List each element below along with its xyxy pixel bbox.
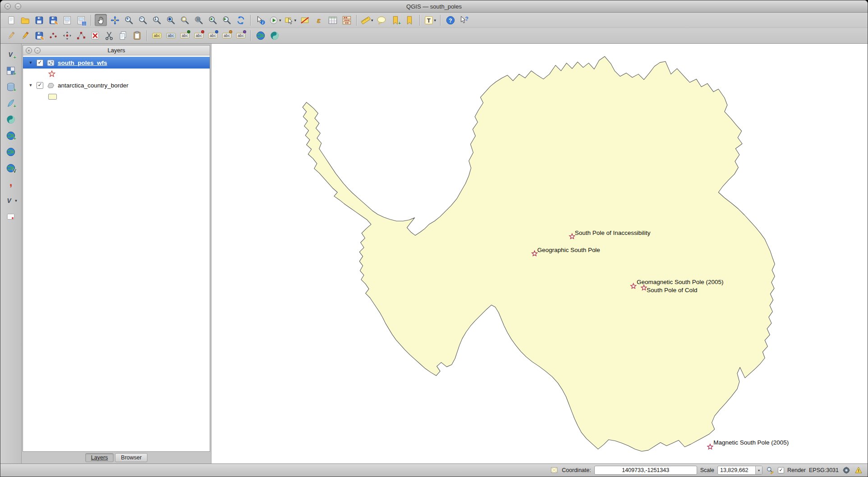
expand-collapse-icon[interactable]: ▼: [28, 60, 34, 65]
move-label-button[interactable]: abc: [207, 30, 219, 42]
layer-label: antarctica_country_border: [58, 82, 129, 89]
whats-this-button[interactable]: ?: [458, 14, 470, 26]
layer-row-antarctica-country-border[interactable]: ▼ ✓ antarctica_country_border: [23, 79, 210, 91]
processing-toolbox-button[interactable]: [268, 30, 280, 42]
paste-features-button[interactable]: [131, 30, 143, 42]
svg-text:V: V: [7, 197, 12, 204]
node-tool-button[interactable]: [75, 30, 87, 42]
add-wms-layer-icon: +: [6, 131, 16, 141]
zoom-full-button[interactable]: ◈: [165, 14, 177, 26]
toolbar-separator: [419, 15, 420, 26]
add-postgis-layer-icon: +: [6, 82, 16, 92]
show-hide-labels-button[interactable]: abc: [193, 30, 205, 42]
save-project-button[interactable]: [33, 14, 45, 26]
coordinate-input[interactable]: [594, 466, 697, 475]
add-wcs-layer-button[interactable]: [4, 145, 18, 159]
add-feature-button[interactable]: [47, 30, 59, 42]
toggle-editing-button[interactable]: [19, 30, 31, 42]
zoom-in-icon: +: [124, 15, 134, 25]
select-features-button[interactable]: ▾: [284, 14, 297, 26]
tab-browser[interactable]: Browser: [115, 453, 147, 462]
add-raster-layer-button[interactable]: +: [4, 64, 18, 78]
layer-labeling-icon: abc: [152, 31, 162, 41]
save-project-as-button[interactable]: ✎: [47, 14, 59, 26]
scale-dropdown-icon[interactable]: ▾: [755, 466, 762, 474]
dropdown-arrow-icon: ▾: [371, 18, 373, 23]
map-tips-button[interactable]: [376, 14, 388, 26]
map-canvas[interactable]: South Pole of InaccessibilityGeographic …: [211, 44, 868, 463]
show-bookmarks-button[interactable]: [404, 14, 416, 26]
manage-layers-toolbar: V+++++V,V▾: [0, 44, 22, 463]
add-delimited-text-layer-button[interactable]: ,: [4, 177, 18, 192]
render-checkbox[interactable]: ✓: [778, 467, 784, 473]
deselect-all-button[interactable]: [299, 14, 311, 26]
log-messages-button[interactable]: !: [854, 466, 863, 475]
scale-combobox[interactable]: 13,829,662 ▾: [717, 466, 762, 475]
move-feature-button[interactable]: [61, 30, 73, 42]
layer-row-south-poles-wfs[interactable]: ▼ ✓ south_poles_wfs: [23, 57, 210, 69]
delete-selected-button[interactable]: [89, 30, 101, 42]
zoom-out-button[interactable]: −: [137, 14, 149, 26]
layer-visibility-checkbox[interactable]: ✓: [37, 82, 43, 89]
panel-close-button[interactable]: ×: [26, 47, 32, 54]
warning-icon: !: [854, 466, 863, 474]
save-layer-edits-button[interactable]: ✎: [33, 30, 45, 42]
layer-visibility-checkbox[interactable]: ✓: [37, 60, 43, 66]
zoom-to-layer-button[interactable]: ▤: [193, 14, 205, 26]
add-wms-layer-button[interactable]: +: [4, 128, 18, 143]
label-settings-button[interactable]: abc: [165, 30, 177, 42]
new-project-icon: [6, 15, 16, 25]
new-shapefile-layer-button[interactable]: V▾: [4, 193, 18, 208]
toggle-editing-icon: [20, 31, 30, 41]
add-mssql-layer-button[interactable]: [4, 112, 18, 127]
zoom-native-button[interactable]: 1: [151, 14, 163, 26]
add-wfs-layer-button[interactable]: V: [4, 161, 18, 175]
svg-text:V: V: [8, 51, 13, 58]
remove-layer-icon: [6, 212, 16, 222]
tab-layers[interactable]: Layers: [85, 453, 114, 462]
open-attribute-table-button[interactable]: [326, 14, 339, 26]
text-annotation-button[interactable]: T▾: [423, 14, 437, 26]
current-edits-icon: [6, 31, 16, 41]
measure-line-button[interactable]: ▾: [360, 14, 374, 26]
new-print-composer-button[interactable]: [61, 14, 73, 26]
copy-features-button[interactable]: [117, 30, 129, 42]
refresh-map-button[interactable]: [234, 14, 247, 26]
expand-collapse-icon[interactable]: ▼: [28, 83, 34, 87]
pan-map-button[interactable]: [95, 14, 107, 26]
field-calculator-button[interactable]: [340, 14, 353, 26]
pan-to-selection-button[interactable]: [109, 14, 121, 26]
change-label-button[interactable]: abc: [234, 30, 247, 42]
toolbar-separator: [440, 15, 441, 26]
help-contents-button[interactable]: ?: [444, 14, 456, 26]
extents-toggle-button[interactable]: [550, 466, 559, 475]
pin-unpin-labels-icon: abc: [180, 31, 190, 41]
new-bookmark-button[interactable]: +: [390, 14, 402, 26]
layer-labeling-button[interactable]: abc: [151, 30, 163, 42]
add-postgis-layer-button[interactable]: +: [4, 80, 18, 94]
panel-float-button[interactable]: ▫: [34, 47, 41, 54]
add-spatialite-layer-button[interactable]: +: [4, 96, 18, 110]
dropdown-arrow-icon: ▾: [294, 18, 297, 23]
open-project-button[interactable]: [19, 14, 31, 26]
scale-edit-button[interactable]: [766, 466, 775, 475]
zoom-last-button[interactable]: ◂: [207, 14, 219, 26]
zoom-in-button[interactable]: +: [123, 14, 135, 26]
new-project-button[interactable]: [5, 14, 17, 26]
map-label: Geomagnetic South Pole (2005): [637, 279, 723, 285]
pin-unpin-labels-button[interactable]: abc: [179, 30, 191, 42]
current-edits-button[interactable]: [5, 30, 17, 42]
cut-features-button[interactable]: [103, 30, 115, 42]
run-feature-action-button[interactable]: ▾: [268, 14, 282, 26]
select-by-expression-button[interactable]: ε: [312, 14, 325, 26]
composer-manager-button[interactable]: ▤: [75, 14, 87, 26]
add-vector-layer-button[interactable]: V+: [4, 47, 18, 62]
remove-layer-button[interactable]: [4, 210, 18, 224]
identify-features-button[interactable]: i: [254, 14, 266, 26]
zoom-next-button[interactable]: ▸: [220, 14, 233, 26]
crs-status-button[interactable]: [842, 466, 851, 475]
zoom-to-selection-button[interactable]: ▢: [179, 14, 191, 26]
rotate-label-button[interactable]: abc: [220, 30, 233, 42]
globe-view-button[interactable]: [254, 30, 266, 42]
save-project-as-icon: ✎: [48, 15, 58, 25]
